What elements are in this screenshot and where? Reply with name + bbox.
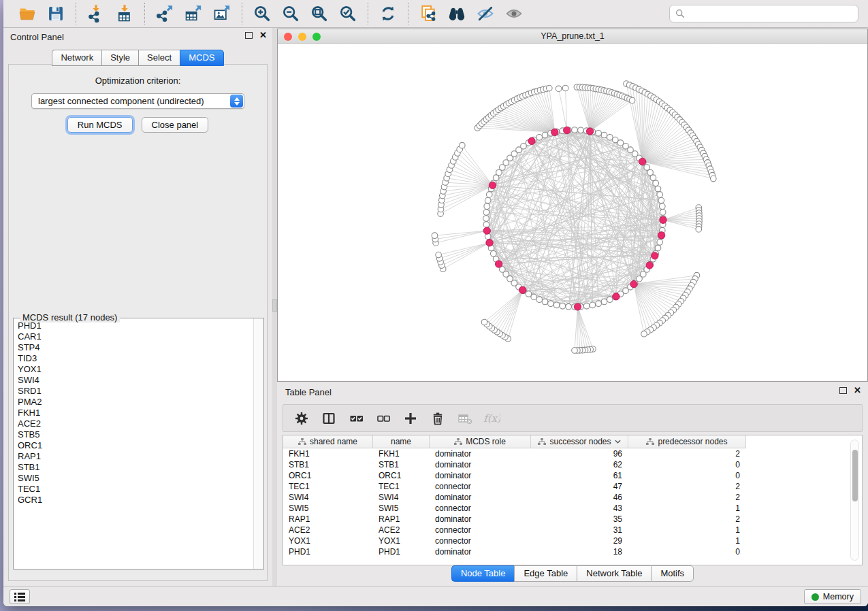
table-cell[interactable]: TEC1 bbox=[373, 481, 430, 492]
table-cell[interactable]: 96 bbox=[531, 448, 628, 459]
tab-mcds[interactable]: MCDS bbox=[180, 50, 223, 66]
table-cell[interactable]: 31 bbox=[531, 525, 628, 535]
export-table-button[interactable] bbox=[179, 3, 208, 24]
table-row[interactable]: STB1STB1dominator620 bbox=[283, 459, 746, 470]
zoom-fit-button[interactable] bbox=[305, 3, 334, 24]
select-all-button[interactable] bbox=[347, 410, 365, 427]
tab-edge-table[interactable]: Edge Table bbox=[514, 565, 577, 582]
table-cell[interactable]: dominator bbox=[430, 546, 531, 557]
mcds-result-item[interactable]: TEC1 bbox=[18, 484, 251, 495]
table-cell[interactable]: 35 bbox=[531, 514, 628, 525]
table-row[interactable]: YOX1YOX1connector291 bbox=[283, 535, 746, 546]
table-cell[interactable]: ACE2 bbox=[283, 525, 373, 535]
export-image-button[interactable] bbox=[208, 3, 236, 24]
tab-network[interactable]: Network bbox=[52, 50, 101, 66]
table-cell[interactable]: connector bbox=[430, 535, 531, 546]
close-table-panel-icon[interactable]: ✕ bbox=[854, 387, 861, 394]
table-cell[interactable]: 2 bbox=[628, 448, 746, 459]
criterion-dropdown[interactable]: largest connected component (undirected) bbox=[31, 93, 244, 109]
table-cell[interactable]: ORC1 bbox=[283, 470, 373, 481]
table-cell[interactable]: dominator bbox=[430, 492, 531, 503]
float-panel-icon[interactable] bbox=[245, 32, 253, 39]
close-panel-button[interactable]: Close panel bbox=[142, 117, 209, 133]
table-cell[interactable]: PHD1 bbox=[283, 546, 373, 557]
task-history-button[interactable] bbox=[10, 589, 30, 604]
delete-columns-button[interactable] bbox=[429, 410, 447, 427]
tab-network-table[interactable]: Network Table bbox=[577, 565, 651, 582]
gear-button[interactable] bbox=[293, 410, 310, 427]
table-cell[interactable]: SWI5 bbox=[373, 503, 430, 514]
table-cell[interactable]: 47 bbox=[531, 481, 628, 492]
deselect-all-button[interactable] bbox=[374, 410, 392, 427]
mcds-result-item[interactable]: TID3 bbox=[18, 353, 251, 364]
network-window-titlebar[interactable]: YPA_prune.txt_1 bbox=[278, 29, 867, 44]
table-cell[interactable]: PHD1 bbox=[373, 546, 430, 557]
table-scrollbar-thumb[interactable] bbox=[852, 450, 858, 501]
open-button[interactable] bbox=[13, 3, 42, 24]
table-row[interactable]: SWI5SWI5connector431 bbox=[283, 503, 746, 514]
table-row[interactable]: RAP1RAP1dominator352 bbox=[283, 514, 746, 525]
table-cell[interactable]: dominator bbox=[430, 448, 531, 459]
table-cell[interactable]: RAP1 bbox=[283, 514, 373, 525]
show-all-button[interactable] bbox=[500, 3, 528, 24]
table-cell[interactable]: RAP1 bbox=[373, 514, 430, 525]
table-cell[interactable]: 2 bbox=[628, 514, 746, 525]
mcds-result-item[interactable]: ORC1 bbox=[18, 440, 251, 451]
mcds-result-item[interactable]: FKH1 bbox=[18, 408, 251, 418]
mcds-result-item[interactable]: GCR1 bbox=[18, 495, 251, 506]
table-cell[interactable]: YOX1 bbox=[283, 535, 373, 546]
refresh-button[interactable] bbox=[374, 3, 402, 24]
add-column-button[interactable] bbox=[402, 410, 419, 427]
table-cell[interactable]: ACE2 bbox=[373, 525, 430, 535]
table-cell[interactable]: 43 bbox=[531, 503, 628, 514]
table-cell[interactable]: 0 bbox=[628, 459, 746, 470]
table-row[interactable]: FKH1FKH1dominator962 bbox=[283, 448, 746, 459]
table-cell[interactable]: STB1 bbox=[373, 459, 430, 470]
splitter-grip[interactable] bbox=[272, 299, 277, 312]
table-cell[interactable]: 1 bbox=[628, 503, 746, 514]
hide-selected-button[interactable] bbox=[471, 3, 500, 24]
float-table-panel-icon[interactable] bbox=[839, 387, 847, 394]
column-header-name[interactable]: name bbox=[373, 435, 430, 448]
import-table-button[interactable] bbox=[110, 3, 139, 24]
mcds-result-item[interactable]: STB1 bbox=[18, 462, 251, 473]
tab-select[interactable]: Select bbox=[138, 50, 180, 66]
binoculars-button[interactable] bbox=[443, 3, 471, 24]
table-cell[interactable]: YOX1 bbox=[373, 535, 430, 546]
mcds-result-item[interactable]: CAR1 bbox=[18, 331, 251, 342]
table-cell[interactable]: 62 bbox=[531, 459, 628, 470]
mcds-result-item[interactable]: STB5 bbox=[18, 429, 251, 440]
network-canvas[interactable] bbox=[278, 44, 867, 381]
close-panel-icon[interactable]: ✕ bbox=[259, 32, 267, 39]
table-row[interactable]: PHD1PHD1dominator180 bbox=[283, 546, 746, 557]
table-cell[interactable]: 61 bbox=[531, 470, 628, 481]
result-list-scrollbar[interactable] bbox=[253, 318, 263, 569]
table-cell[interactable]: dominator bbox=[430, 514, 531, 525]
table-row[interactable]: TEC1TEC1connector472 bbox=[283, 481, 746, 492]
table-row[interactable]: ORC1ORC1dominator610 bbox=[283, 470, 746, 481]
mcds-result-item[interactable]: PMA2 bbox=[18, 397, 251, 408]
table-cell[interactable]: ORC1 bbox=[373, 470, 430, 481]
tab-motifs[interactable]: Motifs bbox=[651, 565, 694, 582]
table-cell[interactable]: FKH1 bbox=[373, 448, 430, 459]
network-graph[interactable] bbox=[278, 44, 867, 381]
table-cell[interactable]: 1 bbox=[628, 535, 746, 546]
table-cell[interactable]: 0 bbox=[628, 470, 746, 481]
column-header-predecessor-nodes[interactable]: predecessor nodes bbox=[628, 435, 746, 448]
mcds-result-item[interactable]: ACE2 bbox=[18, 418, 251, 429]
mcds-result-item[interactable]: RAP1 bbox=[18, 451, 251, 462]
mcds-result-item[interactable]: STP4 bbox=[18, 342, 251, 353]
tab-node-table[interactable]: Node Table bbox=[451, 565, 515, 582]
table-cell[interactable]: FKH1 bbox=[283, 448, 373, 459]
table-cell[interactable]: TEC1 bbox=[283, 481, 373, 492]
table-cell[interactable]: connector bbox=[430, 525, 531, 535]
table-cell[interactable]: 46 bbox=[531, 492, 628, 503]
export-network-button[interactable] bbox=[150, 3, 179, 24]
table-cell[interactable]: 2 bbox=[628, 481, 746, 492]
table-cell[interactable]: connector bbox=[430, 481, 531, 492]
mcds-result-item[interactable]: YOX1 bbox=[18, 364, 251, 375]
zoom-out-button[interactable] bbox=[276, 3, 305, 24]
memory-button[interactable]: Memory bbox=[804, 589, 861, 604]
table-scrollbar[interactable] bbox=[850, 440, 859, 561]
clone-network-button[interactable] bbox=[414, 3, 443, 24]
